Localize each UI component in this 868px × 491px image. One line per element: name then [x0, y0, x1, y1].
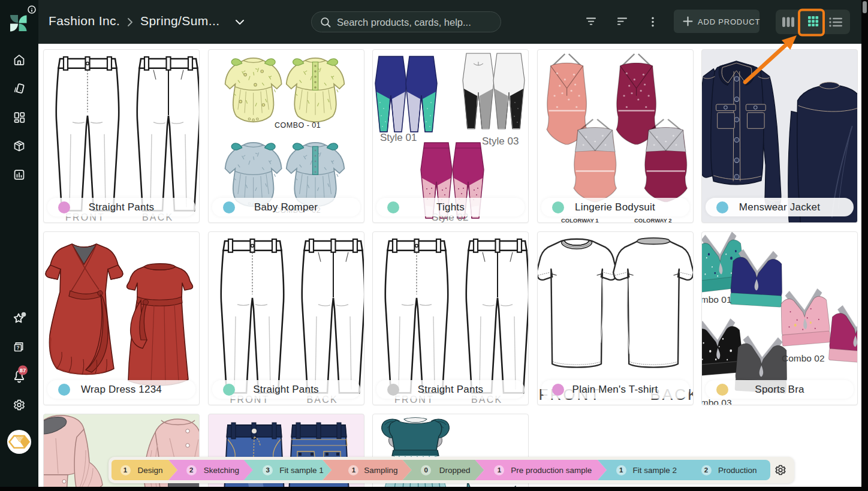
svg-text:COMBO - 01: COMBO - 01: [275, 121, 321, 129]
svg-text:COLORWAY 2: COLORWAY 2: [634, 217, 672, 223]
svg-text:COLORWAY 1: COLORWAY 1: [561, 217, 599, 223]
svg-text:?: ?: [16, 345, 19, 351]
svg-text:Style 01: Style 01: [380, 132, 417, 143]
svg-text:Combo 02: Combo 02: [782, 353, 825, 363]
svg-text:Style 03: Style 03: [482, 135, 519, 147]
svg-text:87: 87: [20, 367, 26, 373]
svg-text:Combo 01: Combo 01: [702, 294, 732, 305]
